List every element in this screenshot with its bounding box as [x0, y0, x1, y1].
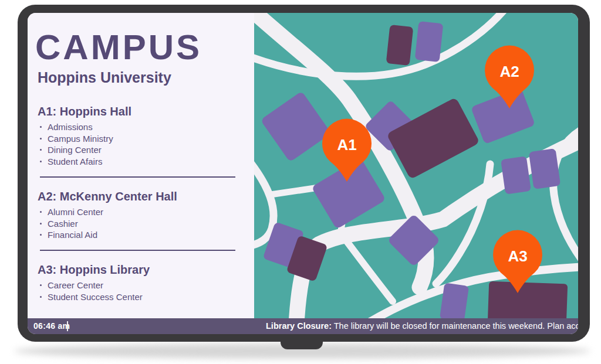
list-item: Cashier: [38, 218, 243, 230]
signage-mockup: CAMPUS Hoppins University A1: Hoppins Ha…: [0, 0, 601, 364]
list-item-label: Cashier: [48, 218, 78, 230]
list-item-label: Student Afairs: [48, 156, 102, 168]
list-item: Career Center: [38, 280, 243, 291]
ticker-bar: 06:46 am Library Closure: The library wi…: [28, 318, 578, 334]
bullet-dot-icon: [40, 138, 42, 140]
ticker-message-text: The library will be closed for maintenan…: [332, 321, 578, 331]
bullet-dot-icon: [40, 223, 42, 224]
campus-title: CAMPUS: [35, 29, 202, 66]
section-heading: A2: McKenny Center Hall: [38, 189, 243, 204]
ticker-message: Library Closure: The library will be clo…: [266, 318, 578, 334]
list-item: Student Success Center: [38, 291, 243, 303]
building-list: Career Center Student Success Center: [38, 280, 243, 302]
building: [440, 283, 469, 318]
list-item-label: Alumni Center: [48, 206, 103, 218]
list-item: Alumni Center: [38, 206, 243, 218]
monitor-stand-mount: [281, 340, 323, 349]
university-subtitle: Hoppins University: [38, 69, 171, 86]
building-list: Alumni Center Cashier Financial Aid: [38, 206, 243, 241]
building-section-a3: A3: Hoppins Library Career Center Studen…: [38, 262, 243, 302]
section-divider: [40, 176, 235, 178]
campus-map: A1 A2 A3: [254, 13, 578, 318]
monitor-frame: CAMPUS Hoppins University A1: Hoppins Ha…: [18, 5, 590, 342]
section-heading: A3: Hoppins Library: [38, 262, 243, 277]
building: [529, 148, 561, 189]
pin-label: A1: [337, 136, 356, 154]
list-item: Financial Aid: [38, 229, 243, 241]
building-section-a1: A1: Hoppins Hall Admissions Campus Minis…: [38, 104, 243, 167]
list-item-label: Dining Center: [48, 144, 102, 156]
pin-label: A2: [499, 63, 519, 80]
bullet-dot-icon: [40, 284, 42, 286]
list-item-label: Career Center: [48, 280, 103, 291]
section-divider: [40, 250, 235, 251]
building-section-a2: A2: McKenny Center Hall Alumni Center Ca…: [38, 189, 243, 241]
building: [488, 281, 568, 318]
list-item: Student Afairs: [38, 156, 243, 168]
list-item-label: Student Success Center: [48, 291, 143, 303]
bullet-dot-icon: [40, 149, 42, 151]
pin-label: A3: [508, 247, 527, 265]
clock-text: 06:46 am: [33, 318, 70, 334]
info-panel: CAMPUS Hoppins University A1: Hoppins Ha…: [28, 13, 254, 318]
list-item-label: Admissions: [48, 121, 93, 133]
building: [415, 21, 444, 62]
ticker-divider: [67, 321, 68, 331]
building: [386, 25, 414, 66]
section-heading: A1: Hoppins Hall: [38, 104, 243, 119]
building: [501, 156, 531, 195]
list-item-label: Financial Aid: [48, 229, 97, 241]
bullet-dot-icon: [40, 234, 42, 236]
campus-map-svg: A1 A2 A3: [254, 13, 578, 318]
building-list: Admissions Campus Ministry Dining Center…: [38, 121, 243, 167]
list-item: Admissions: [38, 121, 243, 133]
list-item-label: Campus Ministry: [48, 133, 113, 145]
bullet-dot-icon: [40, 211, 42, 213]
bullet-dot-icon: [40, 161, 42, 162]
list-item: Dining Center: [38, 144, 243, 156]
signage-screen: CAMPUS Hoppins University A1: Hoppins Ha…: [28, 13, 578, 334]
bullet-dot-icon: [40, 126, 42, 128]
ticker-message-label: Library Closure:: [266, 321, 332, 331]
bullet-dot-icon: [40, 296, 42, 298]
list-item: Campus Ministry: [38, 133, 243, 145]
